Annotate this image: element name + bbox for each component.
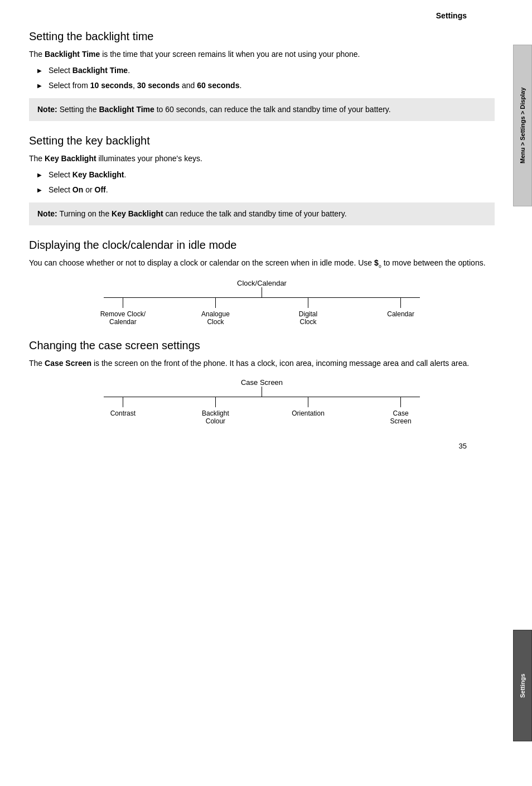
clock-branch-calendar-label: Calendar xyxy=(387,310,414,318)
section-key-backlight: Setting the key backlight The Key Backli… xyxy=(29,134,495,225)
settings-tab: Settings xyxy=(513,630,532,741)
case-branch-orientation-label: Orientation xyxy=(292,409,325,417)
clock-branch-remove: Remove Clock/Calendar xyxy=(84,298,162,326)
sidebar-bottom-label: Settings xyxy=(519,673,526,697)
backlight-time-heading: Setting the backlight time xyxy=(29,30,495,43)
clock-branch-analogue: AnalogueClock xyxy=(176,298,255,326)
key-backlight-heading: Setting the key backlight xyxy=(29,134,495,147)
case-branch-contrast: Contrast xyxy=(84,397,162,425)
case-branch-backlight-colour: BacklightColour xyxy=(176,397,255,425)
section-clock-calendar: Displaying the clock/calendar in idle mo… xyxy=(29,239,495,326)
section-backlight-time: Setting the backlight time The Backlight… xyxy=(29,30,495,121)
clock-calendar-trunk xyxy=(262,287,262,297)
case-screen-tree: Case Screen Contrast BacklightColour Ori… xyxy=(64,378,460,425)
key-backlight-note: Note: Turning on the Key Backlight can r… xyxy=(29,202,495,225)
key-backlight-intro: The Key Backlight illuminates your phone… xyxy=(29,153,495,165)
backlight-time-note: Note: Setting the Backlight Time to 60 s… xyxy=(29,98,495,121)
case-branch-case-screen: CaseScreen xyxy=(361,397,440,425)
case-branch-case-screen-label: CaseScreen xyxy=(390,409,412,425)
clock-branch-digital-label: DigitalClock xyxy=(299,310,317,326)
step-select-backlight-time: Select Backlight Time. xyxy=(37,65,495,76)
page-header: Settings xyxy=(29,11,495,20)
case-screen-root: Case Screen xyxy=(64,378,460,387)
case-branch-orientation: Orientation xyxy=(269,397,347,425)
case-screen-branches: Contrast BacklightColour Orientation Cas… xyxy=(64,397,460,425)
case-branch-backlight-colour-label: BacklightColour xyxy=(202,409,229,425)
clock-calendar-hline xyxy=(104,297,420,298)
step-select-seconds: Select from 10 seconds, 30 seconds and 6… xyxy=(37,80,495,91)
page-number: 35 xyxy=(29,442,495,450)
case-screen-intro: The Case Screen is the screen on the fro… xyxy=(29,358,495,369)
backlight-time-steps: Select Backlight Time. Select from 10 se… xyxy=(37,65,495,91)
case-screen-bold1: Case Screen xyxy=(45,359,91,368)
header-label: Settings xyxy=(436,11,467,20)
clock-calendar-branches: Remove Clock/Calendar AnalogueClock Digi… xyxy=(64,298,460,326)
backlight-time-intro: The Backlight Time is the time that your… xyxy=(29,49,495,60)
clock-calendar-root: Clock/Calendar xyxy=(64,279,460,287)
clock-calendar-intro: You can choose whether or not to display… xyxy=(29,257,495,270)
case-branch-contrast-label: Contrast xyxy=(110,409,136,417)
key-backlight-steps: Select Key Backlight. Select On or Off. xyxy=(37,169,495,196)
clock-branch-analogue-label: AnalogueClock xyxy=(201,310,230,326)
clock-branch-digital: DigitalClock xyxy=(269,298,347,326)
clock-calendar-tree: Clock/Calendar Remove Clock/Calendar Ana… xyxy=(64,279,460,326)
clock-branch-calendar: Calendar xyxy=(361,298,440,326)
case-screen-heading: Changing the case screen settings xyxy=(29,339,495,352)
sidebar-top-label: Menu > Settings > Display xyxy=(519,88,526,163)
backlight-time-bold1: Backlight Time xyxy=(45,50,100,59)
note-label-backlight-time: Note: xyxy=(37,105,57,114)
note-label-key-backlight: Note: xyxy=(37,209,57,218)
page-number-value: 35 xyxy=(459,442,467,450)
clock-branch-remove-label: Remove Clock/Calendar xyxy=(100,310,146,326)
key-backlight-bold1: Key Backlight xyxy=(45,154,96,163)
clock-calendar-heading: Displaying the clock/calendar in idle mo… xyxy=(29,239,495,252)
step-select-on-off: Select On or Off. xyxy=(37,184,495,196)
case-screen-trunk xyxy=(262,387,262,397)
section-case-screen: Changing the case screen settings The Ca… xyxy=(29,339,495,425)
step-select-key-backlight: Select Key Backlight. xyxy=(37,169,495,181)
